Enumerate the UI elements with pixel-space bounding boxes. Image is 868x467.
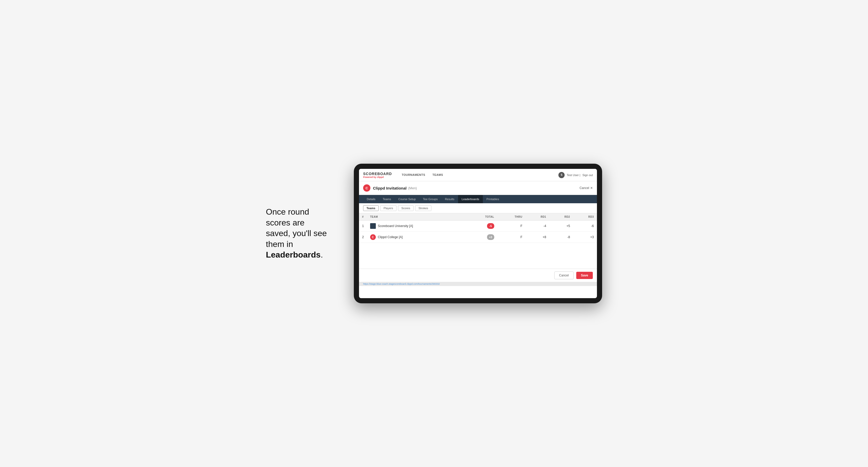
tablet-device: SCOREBOARD Powered by clippd TOURNAMENTS… [354, 164, 602, 303]
table-header: # TEAM TOTAL THRU RD1 RD2 RD3 [359, 213, 597, 221]
side-text-line1: Once round [266, 207, 309, 216]
subnav-teams[interactable]: Teams [363, 205, 379, 211]
tab-navigation: Details Teams Course Setup Tee Groups Re… [359, 195, 597, 203]
subnav-scores[interactable]: Scores [398, 205, 413, 211]
col-rank: # [359, 213, 367, 221]
tournament-subtitle: (Men) [408, 186, 417, 190]
logo-text: SCOREBOARD [363, 172, 392, 176]
bottom-bar: Cancel Save [359, 269, 597, 282]
col-total: TOTAL [466, 213, 497, 221]
row2-rd3: +3 [573, 232, 597, 243]
row1-rd1: -4 [526, 221, 549, 232]
side-text-bold: Leaderboards [266, 250, 321, 259]
row2-team: C Clippd College [A] [367, 232, 467, 243]
tablet-screen: SCOREBOARD Powered by clippd TOURNAMENTS… [359, 169, 597, 298]
col-thru: THRU [497, 213, 526, 221]
logo-powered-by: Powered by clippd [363, 176, 392, 179]
tournament-header: C Clippd Invitational (Men) Cancel ✕ [359, 181, 597, 195]
table-header-row: # TEAM TOTAL THRU RD1 RD2 RD3 [359, 213, 597, 221]
row2-rd2: -8 [549, 232, 573, 243]
nav-right: S Test User | Sign out [558, 172, 593, 178]
subnav-strokes[interactable]: Strokes [415, 205, 431, 211]
row2-team-name: Clippd College [A] [378, 235, 403, 239]
user-name: Test User | [567, 174, 580, 177]
row2-total: +3 [466, 232, 497, 243]
tab-results[interactable]: Results [441, 195, 458, 203]
sign-out-link[interactable]: Sign out [583, 174, 593, 177]
status-url: https://stage-blue-coach.stagescoreboard… [363, 283, 440, 285]
col-rd1: RD1 [526, 213, 549, 221]
tournament-icon: C [363, 184, 370, 192]
page-wrapper: Once round scores are saved, you'll see … [266, 164, 602, 303]
subnav-players[interactable]: Players [380, 205, 397, 211]
status-bar: https://stage-blue-coach.stagescoreboard… [359, 282, 597, 286]
row2-team-cell: C Clippd College [A] [370, 234, 464, 240]
sub-navigation: Teams Players Scores Strokes [359, 203, 597, 213]
tab-leaderboards[interactable]: Leaderboards [458, 195, 483, 203]
save-button[interactable]: Save [576, 272, 593, 279]
table-row: 1 Scoreboard University [A] -5 F -4 [359, 221, 597, 232]
row2-rd1: +8 [526, 232, 549, 243]
tab-course-setup[interactable]: Course Setup [395, 195, 419, 203]
side-text-line3: saved, you'll see [266, 228, 327, 238]
row1-rd3: -6 [573, 221, 597, 232]
side-text-period: . [321, 250, 323, 259]
cancel-button[interactable]: Cancel [554, 272, 574, 279]
row1-rank: 1 [359, 221, 367, 232]
nav-tournaments[interactable]: TOURNAMENTS [398, 169, 429, 181]
row2-team-logo: C [370, 234, 376, 240]
close-icon: ✕ [590, 186, 593, 190]
table-body: 1 Scoreboard University [A] -5 F -4 [359, 221, 597, 243]
row1-score-badge: -5 [487, 223, 494, 229]
tab-tee-groups[interactable]: Tee Groups [419, 195, 441, 203]
tab-details[interactable]: Details [363, 195, 379, 203]
logo-area: SCOREBOARD Powered by clippd [363, 172, 392, 179]
side-text-line2: scores are [266, 218, 304, 227]
tournament-title: Clippd Invitational [373, 186, 407, 190]
row1-thru: F [497, 221, 526, 232]
row1-team-cell: Scoreboard University [A] [370, 223, 464, 229]
row1-total: -5 [466, 221, 497, 232]
user-avatar: S [558, 172, 565, 178]
row1-team-logo [370, 223, 376, 229]
row1-team: Scoreboard University [A] [367, 221, 467, 232]
row1-rd2: +5 [549, 221, 573, 232]
leaderboard-table: # TEAM TOTAL THRU RD1 RD2 RD3 1 [359, 213, 597, 243]
nav-links: TOURNAMENTS TEAMS [398, 169, 558, 181]
top-navigation: SCOREBOARD Powered by clippd TOURNAMENTS… [359, 169, 597, 181]
col-rd3: RD3 [573, 213, 597, 221]
side-text: Once round scores are saved, you'll see … [266, 207, 338, 260]
col-rd2: RD2 [549, 213, 573, 221]
cancel-top-button[interactable]: Cancel ✕ [580, 186, 593, 190]
col-team: TEAM [367, 213, 467, 221]
tab-printables[interactable]: Printables [483, 195, 503, 203]
side-text-line4: them in [266, 240, 293, 249]
row2-score-badge: +3 [487, 234, 494, 240]
nav-teams[interactable]: TEAMS [429, 169, 447, 181]
row2-rank: 2 [359, 232, 367, 243]
row1-team-name: Scoreboard University [A] [378, 224, 413, 228]
row2-thru: F [497, 232, 526, 243]
tab-teams[interactable]: Teams [379, 195, 395, 203]
clippd-brand: clippd [377, 176, 384, 179]
table-row: 2 C Clippd College [A] +3 F +8 -8 [359, 232, 597, 243]
